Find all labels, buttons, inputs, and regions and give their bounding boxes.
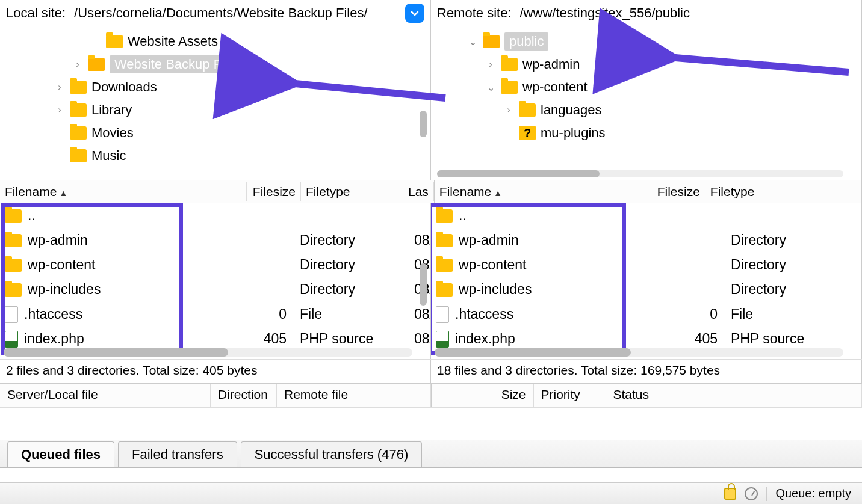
file-name: index.php bbox=[455, 331, 515, 347]
col-filename[interactable]: Filename▲ bbox=[435, 182, 651, 201]
file-name: wp-content bbox=[459, 257, 527, 273]
tree-item[interactable]: ›Website Backup Files bbox=[0, 53, 430, 76]
qh-size[interactable]: Size bbox=[432, 384, 534, 407]
horizontal-scrollbar[interactable] bbox=[4, 348, 412, 357]
file-size: 0 bbox=[622, 306, 725, 322]
chevron-down-icon[interactable]: ⌄ bbox=[467, 36, 478, 47]
queue-body[interactable] bbox=[0, 408, 862, 440]
scrollbar-thumb[interactable] bbox=[420, 111, 427, 137]
qh-priority[interactable]: Priority bbox=[534, 384, 606, 407]
tree-item-label: mu-plugins bbox=[541, 125, 606, 141]
local-tree[interactable]: Website Assets›Website Backup Files›Down… bbox=[0, 26, 431, 180]
tree-item[interactable]: Website Assets bbox=[0, 30, 430, 53]
chevron-right-icon[interactable]: › bbox=[503, 105, 514, 115]
tab-queued-files[interactable]: Queued files bbox=[7, 441, 114, 467]
file-type: PHP source bbox=[300, 331, 408, 347]
remote-tree[interactable]: ⌄public›wp-admin⌄wp-content›languagesmu-… bbox=[431, 26, 862, 180]
file-row[interactable]: .. bbox=[0, 203, 430, 228]
file-row[interactable]: wp-contentDirectory bbox=[431, 253, 861, 277]
qh-direction[interactable]: Direction bbox=[211, 384, 277, 407]
file-row[interactable]: wp-includesDirectory bbox=[431, 277, 861, 302]
col-filetype[interactable]: Filetype bbox=[705, 182, 861, 201]
folder-icon bbox=[436, 234, 453, 247]
queue-headers-left: Server/Local file Direction Remote file bbox=[0, 384, 432, 407]
file-row[interactable]: wp-adminDirectory bbox=[431, 228, 861, 253]
file-row[interactable]: index.php405PHP source bbox=[431, 327, 861, 351]
file-type: File bbox=[731, 306, 839, 322]
file-name: wp-includes bbox=[459, 281, 532, 298]
php-file-icon bbox=[436, 331, 449, 348]
file-type: File bbox=[300, 306, 408, 322]
local-path-dropdown[interactable] bbox=[405, 4, 424, 23]
folder-icon bbox=[519, 103, 536, 117]
file-name: .. bbox=[28, 207, 36, 224]
col-filesize[interactable]: Filesize bbox=[651, 182, 705, 201]
tree-item[interactable]: Music bbox=[0, 144, 430, 167]
file-lastmod: 08/ bbox=[414, 306, 431, 322]
tab-failed-transfers[interactable]: Failed transfers bbox=[118, 441, 237, 467]
chevron-down-icon[interactable]: ⌄ bbox=[485, 82, 496, 93]
file-row[interactable]: wp-contentDirectory08/ bbox=[0, 253, 430, 277]
col-lastmod[interactable]: Las bbox=[403, 182, 434, 201]
scrollbar-thumb[interactable] bbox=[4, 348, 228, 357]
tree-item-label: public bbox=[504, 32, 548, 51]
folder-icon bbox=[88, 58, 105, 71]
local-file-pane[interactable]: ..wp-adminDirectory08/wp-contentDirector… bbox=[0, 203, 431, 359]
file-row[interactable]: wp-adminDirectory08/ bbox=[0, 228, 430, 253]
scrollbar-thumb[interactable] bbox=[437, 170, 600, 177]
tree-item[interactable]: mu-plugins bbox=[431, 121, 861, 144]
file-lastmod: 08/ bbox=[414, 232, 431, 248]
chevron-right-icon[interactable]: › bbox=[54, 105, 65, 115]
tree-item[interactable]: ⌄public bbox=[431, 30, 861, 53]
chevron-right-icon[interactable]: › bbox=[54, 82, 65, 93]
file-name: wp-admin bbox=[28, 232, 88, 248]
qh-remotefile[interactable]: Remote file bbox=[277, 384, 431, 407]
local-site-bar: Local site: bbox=[0, 0, 431, 26]
remote-status-text: 18 files and 3 directories. Total size: … bbox=[431, 360, 862, 383]
horizontal-scrollbar[interactable] bbox=[437, 170, 843, 177]
file-type: Directory bbox=[731, 281, 839, 298]
local-site-label: Local site: bbox=[6, 5, 66, 21]
chevron-down-icon bbox=[410, 8, 420, 18]
qh-status[interactable]: Status bbox=[606, 384, 863, 407]
file-lastmod: 08/ bbox=[414, 331, 431, 347]
tree-item[interactable]: Movies bbox=[0, 121, 430, 144]
folder-icon bbox=[106, 35, 123, 48]
file-name: .htaccess bbox=[24, 306, 82, 322]
col-filename[interactable]: Filename▲ bbox=[0, 182, 247, 201]
lock-icon[interactable] bbox=[724, 488, 736, 500]
folder-icon bbox=[501, 81, 518, 94]
file-row[interactable]: .htaccess0File08/ bbox=[0, 302, 430, 327]
sort-asc-icon: ▲ bbox=[494, 188, 502, 198]
local-path-input[interactable] bbox=[70, 3, 400, 23]
tree-item-label: Website Backup Files bbox=[110, 55, 246, 73]
file-type: Directory bbox=[731, 257, 839, 273]
tab-successful-transfers[interactable]: Successful transfers (476) bbox=[241, 441, 423, 467]
file-row[interactable]: .htaccess0File bbox=[431, 302, 861, 327]
tree-item[interactable]: ›wp-admin bbox=[431, 53, 861, 76]
speed-gauge-icon[interactable] bbox=[745, 487, 758, 500]
file-row[interactable]: index.php405PHP source08/ bbox=[0, 327, 430, 351]
chevron-right-icon[interactable]: › bbox=[72, 59, 83, 70]
file-name: .htaccess bbox=[455, 306, 513, 322]
local-status-text: 2 files and 3 directories. Total size: 4… bbox=[0, 360, 431, 383]
horizontal-scrollbar[interactable] bbox=[435, 348, 843, 357]
chevron-right-icon[interactable]: › bbox=[485, 59, 496, 70]
tree-item[interactable]: ›languages bbox=[431, 99, 861, 121]
col-filesize[interactable]: Filesize bbox=[247, 182, 301, 201]
scrollbar-thumb[interactable] bbox=[420, 263, 427, 306]
tree-item-label: wp-content bbox=[522, 79, 588, 95]
tree-item[interactable]: ›Downloads bbox=[0, 76, 430, 99]
scrollbar-thumb[interactable] bbox=[435, 348, 631, 357]
folder-icon bbox=[436, 209, 453, 223]
tree-item[interactable]: ⌄wp-content bbox=[431, 76, 861, 99]
qh-serverlocal[interactable]: Server/Local file bbox=[0, 384, 211, 407]
file-row[interactable]: .. bbox=[431, 203, 861, 228]
folder-icon bbox=[70, 149, 87, 162]
file-row[interactable]: wp-includesDirectory08/ bbox=[0, 277, 430, 302]
remote-file-pane[interactable]: ..wp-adminDirectorywp-contentDirectorywp… bbox=[431, 203, 862, 359]
remote-path-input[interactable] bbox=[516, 3, 856, 23]
tree-item[interactable]: ›Library bbox=[0, 99, 430, 121]
unknown-folder-icon bbox=[519, 126, 536, 140]
col-filetype[interactable]: Filetype bbox=[301, 182, 403, 201]
